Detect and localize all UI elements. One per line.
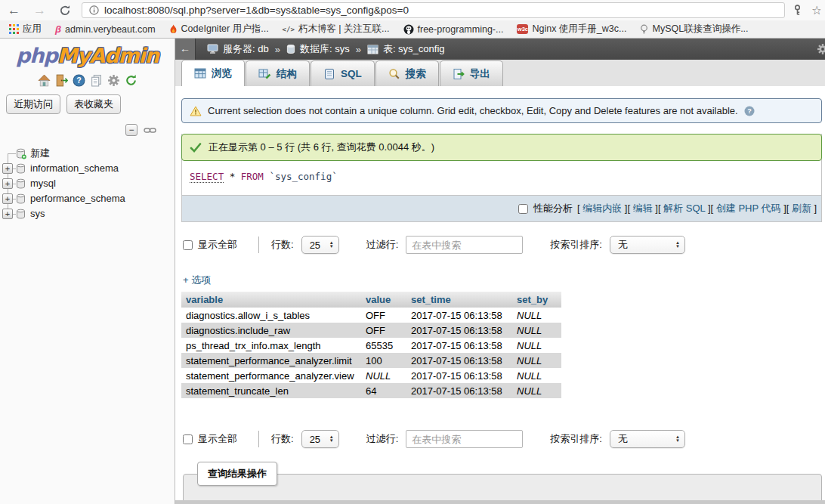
sort-label: 按索引排序: <box>550 238 602 252</box>
recent-tables-button[interactable]: 近期访问 <box>6 94 60 114</box>
refresh-link[interactable]: 刷新 <box>792 203 811 214</box>
breadcrumb-separator: » <box>356 44 361 55</box>
sql-table-name: `sys_config` <box>269 171 337 182</box>
tab-export[interactable]: 导出 <box>440 60 503 86</box>
rows-select[interactable]: 25 ▲▼ <box>301 236 339 254</box>
rows-select[interactable]: 25 ▲▼ <box>301 430 339 448</box>
table-row: diagnostics.include_raw OFF 2017-07-15 0… <box>181 323 561 338</box>
svg-text:?: ? <box>747 107 752 115</box>
show-all-checkbox[interactable] <box>183 240 193 250</box>
stepper-icon: ▲▼ <box>329 435 334 443</box>
collapse-all-icon[interactable]: − <box>125 124 138 136</box>
expand-icon[interactable]: + <box>2 209 13 219</box>
tab-search[interactable]: 搜索 <box>375 60 439 86</box>
filter-input[interactable] <box>406 236 523 254</box>
warning-text: Current selection does not contain a uni… <box>208 105 738 116</box>
horizontal-scrollbar[interactable] <box>175 500 825 504</box>
sort-select[interactable]: 无 ▲▼ <box>610 236 685 254</box>
bookmark-xiumu-blog[interactable]: </> 朽木博客 | 关注互联... <box>283 23 390 36</box>
expand-icon[interactable]: + <box>2 193 13 204</box>
expand-icon[interactable]: + <box>2 178 13 189</box>
bookmark-apps[interactable]: 应用 <box>9 23 42 36</box>
refresh-icon[interactable] <box>125 74 138 87</box>
query-results-operations: 查询结果操作 打印 复制到剪贴板 导出 <box>183 474 822 504</box>
help-icon[interactable]: ? <box>744 106 755 116</box>
tree-item-mysql[interactable]: + mysql <box>0 176 175 191</box>
sql-keyword[interactable]: SELECT <box>190 171 224 183</box>
content-area: Current selection does not contain a uni… <box>175 98 825 504</box>
forward-icon[interactable]: → <box>33 4 46 17</box>
bookmark-free-programming[interactable]: free-programming-... <box>403 24 504 35</box>
show-all-label: 显示全部 <box>198 432 237 446</box>
create-php-code-link[interactable]: 创建 PHP 代码 <box>716 203 781 214</box>
docs-icon[interactable] <box>90 74 103 87</box>
filter-label: 过滤行: <box>366 238 399 252</box>
explain-sql-link[interactable]: 解析 SQL <box>663 203 705 214</box>
tree-item-performance-schema[interactable]: + performance_schema <box>0 191 175 206</box>
show-all-checkbox[interactable] <box>183 434 193 444</box>
bookmark-verybeaut[interactable]: β admin.verybeaut.com <box>55 23 156 35</box>
table-row: diagnostics.allow_i_s_tables OFF 2017-07… <box>181 308 561 323</box>
settings-gear-icon[interactable] <box>817 43 825 57</box>
lightbulb-icon <box>640 24 648 35</box>
database-icon <box>16 163 26 179</box>
favorite-tables-button[interactable]: 表收藏夹 <box>66 94 121 114</box>
tree-item-information-schema[interactable]: + information_schema <box>0 161 175 176</box>
tab-browse[interactable]: 浏览 <box>181 60 245 86</box>
search-icon <box>388 68 400 80</box>
breadcrumb-table[interactable]: 表: sys_config <box>383 42 445 56</box>
main-panel: ← 服务器: db » 数据库: sys » 表: sys_config 浏览 <box>175 39 825 504</box>
query-options-row: 性能分析 编辑内嵌 编辑 解析 SQL 创建 PHP 代码 刷新 <box>182 195 821 221</box>
export-icon <box>453 68 465 80</box>
edit-link[interactable]: 编辑 <box>633 203 653 214</box>
table-row: statement_performance_analyzer.limit 100… <box>181 353 561 368</box>
tab-structure[interactable]: 结构 <box>246 60 310 86</box>
filter-input[interactable] <box>406 430 523 448</box>
warning-icon <box>190 106 202 116</box>
breadcrumb: ← 服务器: db » 数据库: sys » 表: sys_config <box>175 39 825 60</box>
tree-item-sys[interactable]: + sys <box>0 206 175 221</box>
success-message: 正在显示第 0 – 5 行 (共 6 行, 查询花费 0.0044 秒。) <box>181 134 822 161</box>
link-chain-icon[interactable] <box>144 126 156 135</box>
expand-icon[interactable]: + <box>2 163 13 174</box>
hide-panel-button[interactable]: ← <box>175 39 196 60</box>
sql-keyword: FROM <box>241 171 264 182</box>
column-header-set-time[interactable]: set_time <box>406 292 512 308</box>
help-icon[interactable]: ? <box>73 74 85 87</box>
tree-collapse-row: − <box>0 124 156 136</box>
sql-query: SELECT * FROM `sys_config` <box>182 161 821 195</box>
database-icon <box>286 44 295 54</box>
column-header-variable[interactable]: variable <box>181 292 361 308</box>
tree-item-new[interactable]: 新建 <box>0 146 175 161</box>
sort-select[interactable]: 无 ▲▼ <box>610 430 685 448</box>
url-bar[interactable]: localhost:8080/sql.php?server=1&db=sys&t… <box>82 2 785 18</box>
bookmark-star-icon[interactable]: ☆ <box>811 3 820 17</box>
inline-edit-link[interactable]: 编辑内嵌 <box>582 203 622 214</box>
bookmarks-bar: 应用 β admin.verybeaut.com CodeIgniter 用户指… <box>0 20 825 39</box>
github-icon <box>403 24 414 35</box>
database-tree: 新建 + information_schema + mysql + <box>0 146 175 221</box>
database-icon <box>16 193 26 209</box>
browse-icon <box>194 67 206 79</box>
column-header-value[interactable]: value <box>361 292 406 308</box>
info-icon[interactable] <box>89 5 99 15</box>
exit-door-icon[interactable] <box>55 74 68 87</box>
phpmyadmin-logo[interactable]: phpMyAdmin <box>0 44 175 67</box>
home-icon[interactable] <box>38 74 51 87</box>
stepper-icon: ▲▼ <box>329 241 334 249</box>
column-header-set-by[interactable]: set_by <box>512 292 561 308</box>
tab-sql[interactable]: SQL <box>311 60 375 86</box>
bookmark-mysql-join[interactable]: MySQL联接查询操作... <box>640 23 748 36</box>
breadcrumb-server[interactable]: 服务器: db <box>223 42 269 56</box>
key-icon[interactable] <box>791 4 804 17</box>
breadcrumb-database[interactable]: 数据库: sys <box>300 42 350 56</box>
svg-text:?: ? <box>76 76 81 85</box>
bookmark-codeigniter[interactable]: CodeIgniter 用户指... <box>169 23 269 36</box>
reload-icon[interactable] <box>59 5 71 17</box>
back-icon[interactable]: ← <box>8 4 20 17</box>
profiling-checkbox[interactable] <box>518 204 528 214</box>
options-toggle-link[interactable]: + 选项 <box>183 274 211 287</box>
table-header-row: variable value set_time set_by <box>181 292 561 308</box>
bookmark-nginx-w3c[interactable]: w3c Nginx 使用手册_w3c... <box>517 23 626 36</box>
gear-icon[interactable] <box>107 74 120 87</box>
